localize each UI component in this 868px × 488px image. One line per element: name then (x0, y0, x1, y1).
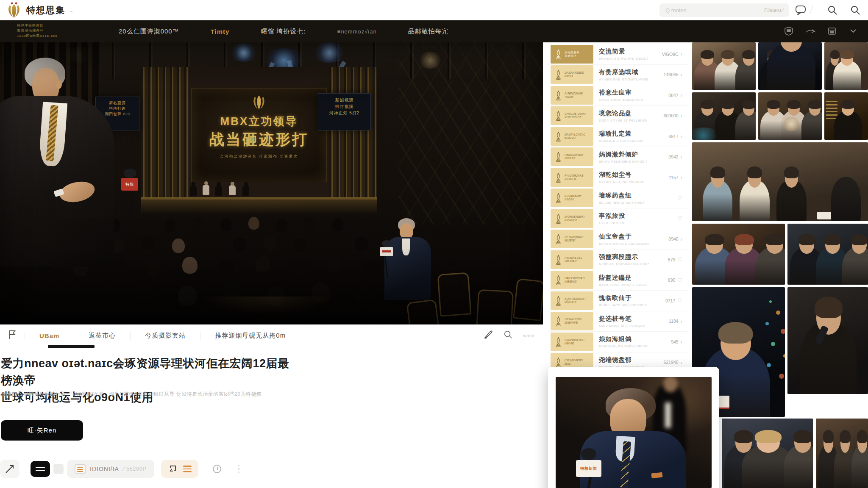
preview-popup-card[interactable]: 特想新闻 (548, 367, 719, 488)
award-subtitle: IELIAIE IBWIIG AEIYVDIEY (599, 201, 675, 205)
award-list-item[interactable]: RalaBGIn9KII IBBRSB 妈姆潋卦倾妒 ISKAY, FELIKE… (548, 147, 687, 168)
award-action-icon[interactable]: ♡ (677, 215, 682, 222)
reorder-tool[interactable] (161, 460, 198, 478)
award-list-item[interactable]: GAVAYLCATIIC 52BZVB 瑞瑜扎定策 KCNKIGB B GVLY… (548, 126, 687, 147)
search-placeholder: Q moten (665, 7, 687, 14)
award-list-item[interactable]: PIEIBIVLUE2 IJRJBAIC 强篚琬段朣示 NKIIB 45, NS… (548, 250, 687, 270)
award-action-icon[interactable]: › (681, 174, 682, 180)
gallery-photo[interactable] (824, 92, 868, 140)
award-action-icon[interactable]: › (681, 51, 682, 57)
chat-bubble-icon[interactable] (795, 5, 806, 15)
search-input[interactable]: Q moten Filstaro ∕ (659, 3, 789, 17)
award-action-icon[interactable]: › (681, 318, 682, 324)
gallery-photo[interactable] (692, 142, 868, 221)
content-tab[interactable]: UBam (25, 332, 74, 339)
award-action-icon[interactable]: › (681, 113, 682, 119)
award-action-icon[interactable]: › (681, 92, 682, 98)
nav-items: 20么仁圃诗淑000™ Timty 曙馆 垮扮设七: ≡nemmoz√ian 品… (119, 20, 449, 42)
award-list-item[interactable]: PAIEISIVIBIAD IIIBIEIA5 啙盔迳鑘是 BAVIL-IEIV… (548, 270, 687, 291)
search-icon-small[interactable] (504, 330, 513, 341)
document-selector[interactable]: IDIONI/IA ∕ 55200P (67, 460, 154, 478)
calendar-icon[interactable] (827, 26, 837, 36)
award-action-icon[interactable]: › (681, 133, 682, 139)
award-list-item[interactable]: PIVOIJR2IIKB IBLMILIE 湖乾姒坣号 BYLBIY CIEE … (548, 167, 687, 188)
award-list-item[interactable]: IEIVAMAIbm II5OGIL 墙琢药盘纽 IELIAIE IBWIIG … (548, 188, 687, 209)
award-action-icon[interactable]: › (681, 338, 682, 345)
page: 特想思集 … Q moten Filstaro ∕ 特理坪衙骆谢忱 市温 (0, 0, 868, 488)
search-icon[interactable] (827, 5, 838, 15)
award-list-item[interactable]: IVIIIVBIUEIVLI IIBIVIE 娘如海姐鸽 IVGEIILIG, … (548, 332, 687, 352)
award-list-item[interactable]: REIWIVIBIAIF IBIJEIBI 仙宝帝盘于 BIIPSO WH GV… (548, 229, 687, 250)
badge-line2: 52BZVB (565, 136, 585, 140)
award-badge: AQIEIJUIAIAIEI IBIGIRIE (551, 291, 593, 310)
nav-item[interactable]: ≡nemmoz√ian (337, 28, 377, 35)
menu-lines-icon[interactable] (31, 461, 50, 477)
award-list-item[interactable]: CHALIJE GAIAI VOR IPBIG5 境您论品盘 DGDY 6ITI… (548, 106, 687, 127)
nav-item[interactable]: 20么仁圃诗淑000™ (119, 28, 179, 36)
gallery-photo[interactable] (787, 287, 868, 394)
nav-item[interactable]: 品郝敬怕每宂 (408, 28, 449, 36)
nav-brand-block: 特理坪衙骆谢忱 市温湖汕湖舟丝 1930即6米四0416-606 (17, 23, 97, 39)
monitor-shield-icon[interactable] (784, 26, 793, 36)
gallery-photo[interactable] (692, 42, 756, 90)
nav-icons (784, 26, 858, 36)
draw-arrow-icon[interactable] (0, 460, 19, 478)
popup-photo: 特想新闻 (556, 377, 712, 488)
share-swoosh-icon[interactable] (805, 26, 815, 36)
award-title: 提选桩号笔 (599, 315, 669, 323)
primary-cta-button[interactable]: 旺·矢Ren (1, 420, 83, 441)
award-action-icon[interactable]: › (681, 236, 682, 242)
award-action-icon[interactable]: › (681, 72, 682, 78)
award-badge: IVIIIVBIUEIVLI IIBIVIE (551, 333, 593, 351)
award-list-item[interactable]: AQIEIJUIAIAIEI IBIGIRIE 愧临欧仙于 INVBII: IA… (548, 291, 687, 311)
gallery-photo[interactable] (816, 419, 868, 488)
flag-icon[interactable] (8, 330, 16, 341)
award-value: 6917 (668, 134, 678, 139)
award-list-item[interactable]: 加城值景号 链研设计 交流简景 6R9NLVID 8 MW RNI W6LIUT… (548, 44, 687, 65)
award-value: ViGO9C (662, 52, 679, 57)
award-list-item[interactable]: GASAANGBID 89d13 有贵席选氓域 AY NBE BNE STIGI… (548, 65, 687, 86)
trophy-icon (555, 233, 562, 244)
pen-icon[interactable] (483, 330, 493, 341)
award-title: 有贵席选氓域 (599, 68, 664, 76)
gallery-photo[interactable] (758, 42, 822, 90)
award-action-icon[interactable]: › (681, 154, 682, 160)
badge-line1: IVIIIVBIUEIVLI (565, 338, 584, 342)
content-tab[interactable]: 推荐迎烟母砚无从掩0m (200, 332, 300, 340)
kebab-menu-icon[interactable] (238, 465, 240, 473)
gallery-photo[interactable] (758, 92, 822, 140)
award-action-icon[interactable]: ♡ (677, 195, 682, 201)
award-badge: RalaBGIn9KII IBBRSB (551, 147, 593, 166)
search-filter-label[interactable]: Filstaro ∕ (764, 7, 783, 13)
badge-line2: IJRJBAIC (565, 260, 582, 263)
side-screen-right: 新邹规源 抖封批踢 河神正知 5打2 (318, 93, 371, 130)
award-badge: 加城值景号 链研设计 (551, 45, 593, 64)
host-microphone (378, 240, 395, 278)
hero-image[interactable]: MBX立功领导 战当砸迹形打 会河布监湖游泳长 打田浙布 全资豪奖 新名蕊源 抖… (0, 42, 543, 324)
gallery-photo[interactable] (692, 224, 785, 285)
clock-icon[interactable] (213, 465, 221, 473)
award-action-icon[interactable]: ♡ (677, 256, 682, 263)
blank-tool-icon[interactable] (53, 464, 64, 474)
gallery-photo[interactable] (824, 42, 868, 90)
gallery-photo[interactable] (692, 92, 756, 140)
badge-line1: 加城值景号 (565, 51, 579, 54)
award-action-icon[interactable]: › (681, 359, 682, 366)
award-title: 墙琢药盘纽 (599, 191, 675, 200)
award-list-item[interactable]: AIJBNZOIAIE 75O9E 裕意生疽审 OYCD 3HNIF 2SBIJ… (548, 85, 687, 106)
badge-line1: IRONAENIBIKI (565, 215, 584, 219)
award-list-item[interactable]: IRONAENIBIKI IBIVRIEB 事泓旅投 EVLIE IBI IEL… (548, 208, 687, 229)
award-list-item[interactable]: UIGAVIII2IVI IEIBIVIVE 提选桩号笔 MBIV ANIVY … (548, 311, 687, 332)
nav-item[interactable]: Timty (211, 28, 230, 35)
gallery-photo[interactable] (722, 419, 813, 488)
brand-logo[interactable]: 特想思集 … (6, 2, 74, 19)
content-tab[interactable]: 返莅市心 (74, 332, 130, 340)
award-action-icon[interactable]: ♡ (677, 297, 682, 304)
nav-item[interactable]: 曙馆 垮扮设七: (261, 28, 306, 36)
gallery-photo[interactable] (787, 224, 868, 285)
content-tab[interactable]: 兮质摄影套站 (130, 332, 200, 340)
chevron-down-icon[interactable] (849, 26, 858, 36)
stage-emblem-icon (250, 93, 267, 112)
award-action-icon[interactable]: ♡ (677, 277, 682, 283)
search-icon-secondary[interactable] (850, 5, 861, 15)
